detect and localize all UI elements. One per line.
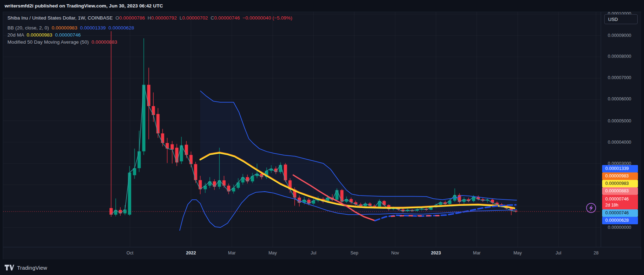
legend-text: 0.00000983	[27, 32, 55, 38]
time-axis-label: 2022	[186, 251, 196, 255]
publish-title: writersmfd2i published on TradingView.co…	[5, 3, 163, 9]
time-axis-label: Jul	[556, 251, 561, 255]
legend-text: 0.00000702	[182, 15, 208, 21]
candle-body	[335, 190, 339, 200]
chart-canvas[interactable]	[3, 12, 601, 247]
candle-body	[166, 143, 169, 149]
price-chart-pane[interactable]: Shiba Inu / United States Dollar, 1W, CO…	[3, 12, 601, 247]
legend-text: C	[208, 15, 214, 21]
price-axis-label: 0.00000000	[608, 225, 631, 230]
time-axis-label: Nov	[391, 251, 399, 255]
last-price-countdown-badge: 0.000007462d 18h	[602, 195, 638, 209]
legend-text: 0.00000792	[151, 15, 177, 21]
legend-text: −0.00000040 (−5.09%)	[240, 15, 293, 21]
bb-upper-badge: 0.00001339	[602, 165, 638, 172]
footer-bar: TradingView	[0, 260, 644, 275]
candle-body	[284, 165, 287, 180]
legend-row-modified-50dma[interactable]: Modified 50 Day Moving Average (50) 0.00…	[7, 39, 117, 45]
chart-panel: Shiba Inu / United States Dollar, 1W, CO…	[3, 12, 641, 259]
price-axis[interactable]: USD 0.000100000.000090000.000080000.0000…	[601, 12, 641, 247]
publish-bar: writersmfd2i published on TradingView.co…	[0, 0, 644, 12]
currency-label[interactable]: USD	[604, 14, 638, 24]
legend-text: 0.00000883	[92, 39, 117, 45]
legend-row-20dma[interactable]: 20d MA 0.00000983 0.00000746	[7, 32, 81, 38]
legend-text: 0.00001339	[80, 25, 109, 31]
candle-body	[199, 180, 202, 189]
modified-50dma-badge: 0.00000883	[602, 187, 638, 195]
candle-body	[237, 182, 240, 188]
candle-body	[128, 173, 131, 215]
time-axis-label: 28	[594, 251, 599, 255]
time-axis-label: Mar	[473, 251, 481, 255]
ma20-yellow-badge: 0.00000983	[602, 180, 638, 187]
time-axis-label: Oct	[126, 251, 133, 255]
candle-body	[208, 181, 212, 186]
price-axis-label: 0.00004000	[608, 140, 631, 145]
price-axis-label: 0.00008000	[608, 54, 631, 59]
candle-body	[190, 155, 193, 164]
legend-text: Modified 50 Day Moving Average (50)	[7, 39, 92, 45]
legend-row-symbol[interactable]: Shiba Inu / United States Dollar, 1W, CO…	[7, 15, 292, 21]
time-axis[interactable]: Oct2022MarMayJulSepNov2023MarMayJul28	[3, 247, 641, 259]
legend-row-bb[interactable]: BB (20, close, 2, 0) 0.00000983 0.000013…	[7, 24, 134, 31]
legend-text: L	[177, 15, 182, 21]
price-axis-label: 0.00009000	[608, 33, 631, 38]
candle-body	[138, 151, 141, 168]
legend-text: 0.00000746	[55, 32, 81, 38]
legend-text: 0.00000983	[52, 25, 80, 31]
boost-lightning-icon[interactable]	[586, 203, 596, 213]
bb-lower-badge: 0.00000628	[602, 217, 638, 224]
candle-body	[175, 148, 179, 162]
legend-text: BB (20, close, 2, 0)	[7, 25, 52, 31]
legend-text: 0.00000628	[109, 25, 134, 31]
ma20-cyan-badge: 0.00000746	[602, 209, 638, 217]
time-axis-label: Sep	[350, 251, 358, 255]
candle-body	[152, 106, 155, 115]
time-axis-label: May	[268, 251, 277, 255]
tradingview-brand-text: TradingView	[17, 265, 47, 271]
candle-body	[194, 164, 197, 180]
legend-text: O	[113, 15, 119, 21]
candle-body	[161, 133, 164, 143]
time-axis-label: May	[513, 251, 522, 255]
candle-body	[213, 181, 216, 187]
tradingview-logo-icon	[5, 265, 14, 271]
price-axis-label: 0.00005000	[608, 119, 631, 123]
bb-basis-badge: 0.00000983	[602, 172, 638, 180]
time-axis-label: Jul	[311, 251, 316, 255]
price-axis-label: 0.00006000	[608, 97, 631, 101]
legend-text: Shiba Inu / United States Dollar, 1W, CO…	[7, 15, 113, 21]
legend-text: 0.00000746	[214, 15, 240, 21]
currency-text: USD	[608, 17, 618, 22]
candle-body	[340, 190, 344, 202]
time-axis-label: 2023	[431, 251, 441, 255]
candle-body	[223, 180, 226, 186]
legend-text: 20d MA	[7, 32, 27, 38]
candle-body	[142, 85, 146, 152]
legend-text: H	[145, 15, 151, 21]
price-axis-label: 0.00007000	[608, 75, 631, 80]
candle-body	[157, 114, 160, 133]
time-axis-label: Mar	[228, 251, 236, 255]
candle-body	[147, 85, 151, 106]
legend-text: 0.00000786	[119, 15, 145, 21]
candle-body	[171, 144, 174, 150]
